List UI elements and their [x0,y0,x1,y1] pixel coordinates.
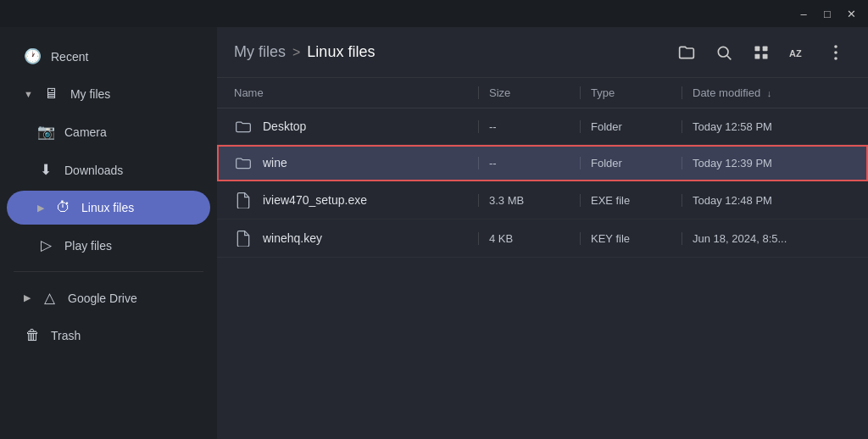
svg-point-8 [834,51,837,54]
more-options-button[interactable] [821,37,851,68]
table-row[interactable]: iview470_setup.exe 3.3 MB EXE file Today… [217,181,868,220]
search-icon [715,44,732,61]
app-container: 🕐 Recent ▼ 🖥 My files 📷 Camera ⬇ Downloa… [0,0,868,439]
svg-rect-3 [763,46,768,51]
sidebar-label-downloads: Downloads [64,164,123,177]
svg-rect-5 [763,53,768,58]
sidebar-divider [14,271,203,272]
sidebar-label-linux-files: Linux files [81,201,134,214]
google-drive-icon: △ [41,289,58,307]
file-date: Jun 18, 2024, 8:5... [682,232,851,245]
file-table: Name Size Type Date modified ↓ Desktop [217,78,868,439]
chevron-right-google-icon: ▶ [24,292,31,303]
sidebar-label-play-files: Play files [64,239,112,253]
recent-icon: 🕐 [24,47,41,65]
linux-files-icon: ⏱ [54,199,71,216]
sidebar-item-my-files[interactable]: ▼ 🖥 My files [7,77,210,111]
sidebar-item-linux-files[interactable]: ▶ ⏱ Linux files [7,191,210,225]
close-button[interactable]: ✕ [841,3,861,24]
main-content: My files > Linux files [217,27,868,439]
grid-view-button[interactable] [746,37,776,68]
svg-point-7 [834,45,837,48]
sidebar-label-my-files: My files [70,87,110,101]
sidebar-item-camera[interactable]: 📷 Camera [7,114,210,149]
sort-arrow-icon: ↓ [767,88,772,98]
breadcrumb-current: Linux files [307,43,375,61]
file-type: Folder [580,157,682,169]
sidebar-item-play-files[interactable]: ▷ Play files [7,228,210,263]
chevron-down-icon: ▼ [24,89,33,99]
sort-button[interactable]: AZ [783,37,814,68]
new-folder-icon [678,44,695,61]
sidebar-label-google-drive: Google Drive [68,292,137,305]
sidebar-item-recent[interactable]: 🕐 Recent [7,39,210,74]
sort-az-icon: AZ [789,44,808,61]
svg-line-1 [727,55,732,59]
more-vert-icon [834,44,837,61]
file-size: -- [478,157,580,169]
table-header: Name Size Type Date modified ↓ [217,78,868,108]
svg-point-9 [834,57,837,60]
sidebar-item-downloads[interactable]: ⬇ Downloads [7,153,210,187]
file-name-cell: winehq.key [234,230,478,247]
table-row[interactable]: Desktop -- Folder Today 12:58 PM [217,108,868,145]
svg-rect-4 [755,53,760,58]
file-icon [234,230,253,247]
file-type: KEY file [580,232,682,245]
play-files-icon: ▷ [37,236,54,254]
col-type: Type [580,86,682,99]
file-size: -- [478,120,580,133]
table-row[interactable]: winehq.key 4 KB KEY file Jun 18, 2024, 8… [217,220,868,258]
content-header: My files > Linux files [217,27,868,78]
sidebar-label-camera: Camera [64,125,107,139]
col-name: Name [234,86,478,99]
trash-icon: 🗑 [24,327,41,344]
camera-icon: 📷 [37,123,54,141]
file-name-cell: iview470_setup.exe [234,192,478,208]
breadcrumb-separator: > [292,45,300,60]
file-date: Today 12:39 PM [682,157,851,169]
sidebar: 🕐 Recent ▼ 🖥 My files 📷 Camera ⬇ Downloa… [0,27,217,439]
header-actions: AZ [671,37,851,68]
file-name: Desktop [263,119,306,133]
titlebar: – □ ✕ [0,0,868,27]
file-name: iview470_setup.exe [263,193,367,207]
file-name: wine [263,156,287,169]
maximize-button[interactable]: □ [817,3,837,24]
folder-icon [234,119,253,134]
sidebar-label-recent: Recent [51,50,88,64]
sidebar-item-google-drive[interactable]: ▶ △ Google Drive [7,281,210,315]
my-files-icon: 🖥 [43,86,60,103]
table-row[interactable]: wine -- Folder Today 12:39 PM [217,145,868,181]
file-size: 3.3 MB [478,194,580,207]
breadcrumb-parent[interactable]: My files [234,43,286,61]
svg-rect-2 [755,46,760,51]
svg-point-0 [718,47,728,57]
file-date: Today 12:48 PM [682,194,851,207]
file-type: Folder [580,120,682,133]
file-name: winehq.key [263,231,322,245]
sidebar-item-trash[interactable]: 🗑 Trash [7,319,210,353]
minimize-button[interactable]: – [793,3,814,24]
breadcrumb: My files > Linux files [234,43,375,61]
file-size: 4 KB [478,232,580,245]
new-folder-button[interactable] [671,37,702,68]
sidebar-label-trash: Trash [51,329,81,342]
file-icon [234,192,253,208]
grid-icon [753,44,770,61]
search-button[interactable] [709,37,739,68]
col-size: Size [478,86,580,99]
file-type: EXE file [580,194,682,207]
svg-text:AZ: AZ [789,47,802,58]
col-date-modified: Date modified ↓ [682,86,851,99]
file-name-cell: wine [234,155,478,170]
downloads-icon: ⬇ [37,161,54,179]
folder-icon [234,155,253,170]
file-name-cell: Desktop [234,119,478,134]
chevron-right-icon: ▶ [37,203,44,214]
file-date: Today 12:58 PM [682,120,851,133]
